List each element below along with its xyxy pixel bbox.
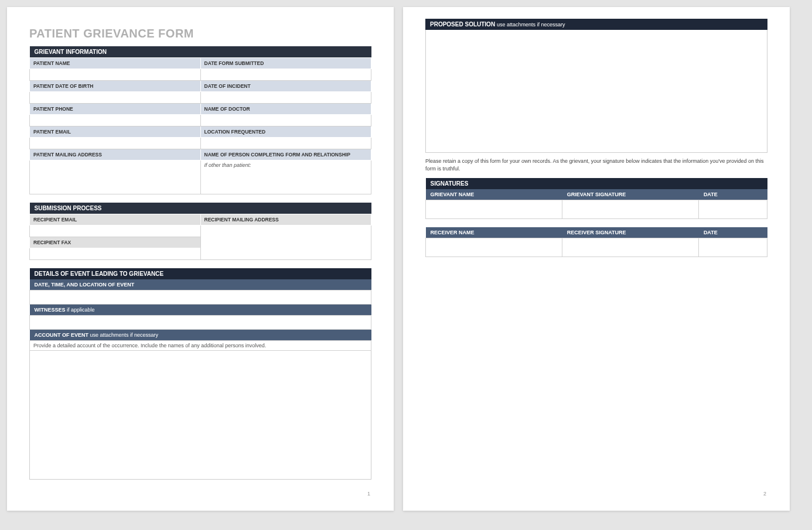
witnesses-text: WITNESSES: [35, 307, 66, 313]
details-table: DETAILS OF EVENT LEADING TO GRIEVANCE DA…: [29, 268, 371, 351]
label-witnesses: WITNESSES if applicable: [30, 305, 371, 316]
page-number-2: 2: [763, 491, 766, 497]
label-grievant-date: DATE: [699, 189, 767, 200]
input-recipient-fax[interactable]: [30, 248, 201, 260]
proposed-text: PROPOSED SOLUTION: [430, 21, 495, 28]
input-account[interactable]: [29, 351, 371, 480]
input-witnesses[interactable]: [30, 316, 371, 330]
label-receiver-date: DATE: [699, 227, 767, 238]
label-account: ACCOUNT OF EVENT use attachments if nece…: [30, 330, 371, 341]
input-location[interactable]: [200, 138, 371, 149]
account-hint: Provide a detailed account of the occurr…: [30, 341, 371, 351]
input-dob[interactable]: [30, 92, 201, 104]
label-recipient-mailing: RECIPIENT MAILING ADDRESS: [200, 214, 371, 225]
input-receiver-sig[interactable]: [562, 238, 699, 257]
proposed-table: PROPOSED SOLUTION use attachments if nec…: [425, 19, 767, 30]
label-doctor: NAME OF DOCTOR: [200, 104, 371, 115]
input-datetime-loc[interactable]: [30, 290, 371, 305]
details-header: DETAILS OF EVENT LEADING TO GRIEVANCE: [30, 268, 371, 279]
input-date-submitted[interactable]: [200, 69, 371, 81]
proposed-sub: use attachments if necessary: [497, 22, 565, 28]
label-email: PATIENT EMAIL: [30, 126, 201, 138]
page-number-1: 1: [367, 491, 370, 497]
witnesses-sub: if applicable: [67, 307, 95, 313]
input-grievant-name[interactable]: [426, 200, 562, 219]
receiver-table: RECEIVER NAME RECEIVER SIGNATURE DATE: [425, 227, 767, 257]
input-mailing[interactable]: [30, 160, 201, 194]
page-2: PROPOSED SOLUTION use attachments if nec…: [403, 7, 790, 511]
input-patient-name[interactable]: [30, 69, 201, 81]
label-datetime-loc: DATE, TIME, AND LOCATION OF EVENT: [30, 279, 371, 290]
input-email[interactable]: [30, 138, 201, 149]
label-location: LOCATION FREQUENTED: [200, 126, 371, 138]
label-receiver-name: RECEIVER NAME: [426, 227, 562, 238]
account-text: ACCOUNT OF EVENT: [35, 332, 89, 338]
grievant-header: GRIEVANT INFORMATION: [30, 46, 371, 58]
input-phone[interactable]: [30, 115, 201, 126]
page-1: PATIENT GRIEVANCE FORM GRIEVANT INFORMAT…: [7, 7, 394, 511]
input-receiver-name[interactable]: [426, 238, 562, 257]
label-recipient-fax: RECIPIENT FAX: [30, 237, 201, 248]
form-title: PATIENT GRIEVANCE FORM: [29, 27, 371, 40]
input-completer[interactable]: If other than patient:: [200, 160, 371, 194]
label-receiver-sig: RECEIVER SIGNATURE: [562, 227, 699, 238]
input-grievant-sig[interactable]: [562, 200, 699, 219]
label-grievant-sig: GRIEVANT SIGNATURE: [562, 189, 699, 200]
submission-header: SUBMISSION PROCESS: [30, 203, 371, 214]
input-proposed[interactable]: [425, 30, 767, 153]
account-sub: use attachments if necessary: [90, 332, 159, 338]
input-date-incident[interactable]: [200, 92, 371, 104]
input-doctor[interactable]: [200, 115, 371, 126]
label-completer: NAME OF PERSON COMPLETING FORM AND RELAT…: [200, 149, 371, 160]
input-receiver-date[interactable]: [699, 238, 767, 257]
input-recipient-mailing[interactable]: [200, 225, 371, 260]
grievant-info-table: GRIEVANT INFORMATION PATIENT NAME DATE F…: [29, 46, 371, 194]
proposed-header: PROPOSED SOLUTION use attachments if nec…: [425, 19, 767, 30]
label-mailing: PATIENT MAILING ADDRESS: [30, 149, 201, 160]
label-phone: PATIENT PHONE: [30, 104, 201, 115]
label-patient-name: PATIENT NAME: [30, 58, 201, 69]
signatures-header: SIGNATURES: [426, 178, 767, 189]
signatures-table: SIGNATURES GRIEVANT NAME GRIEVANT SIGNAT…: [425, 178, 767, 219]
label-date-incident: DATE OF INCIDENT: [200, 81, 371, 92]
disclaimer-text: Please retain a copy of this form for yo…: [425, 158, 767, 172]
label-grievant-name: GRIEVANT NAME: [426, 189, 562, 200]
input-recipient-email[interactable]: [30, 225, 201, 237]
input-grievant-date[interactable]: [699, 200, 767, 219]
label-recipient-email: RECIPIENT EMAIL: [30, 214, 201, 225]
label-date-submitted: DATE FORM SUBMITTED: [200, 58, 371, 69]
label-dob: PATIENT DATE OF BIRTH: [30, 81, 201, 92]
submission-table: SUBMISSION PROCESS RECIPIENT EMAIL RECIP…: [29, 203, 371, 260]
